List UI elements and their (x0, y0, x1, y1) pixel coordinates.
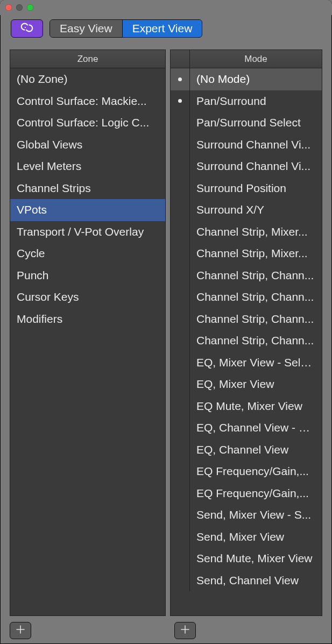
mode-row[interactable]: Channel Strip, Chann... (171, 308, 322, 330)
mode-row[interactable]: EQ, Mixer View (171, 373, 322, 395)
mode-row[interactable]: Send, Mixer View - S... (171, 504, 322, 526)
window-minimize-button[interactable] (16, 4, 23, 11)
mode-row[interactable]: EQ, Channel View (171, 439, 322, 461)
mode-row[interactable]: Channel Strip, Chann... (171, 265, 322, 287)
mode-list[interactable]: (No Mode)Pan/SurroundPan/Surround Select… (171, 68, 322, 615)
mode-row-label: Surround Channel Vi... (190, 160, 322, 173)
mode-row[interactable]: EQ Mute, Mixer View (171, 395, 322, 417)
zone-row[interactable]: Transport / V-Pot Overlay (10, 221, 165, 243)
mode-row-marker (171, 199, 190, 221)
mode-row[interactable]: Channel Strip, Chann... (171, 330, 322, 352)
mode-row[interactable]: Surround X/Y (171, 199, 322, 221)
footer (0, 617, 332, 644)
zone-row[interactable]: Modifiers (10, 308, 165, 330)
mode-row-marker (171, 221, 190, 243)
mode-row-marker (171, 134, 190, 156)
mode-panel-header[interactable]: Mode (171, 50, 322, 68)
mode-row-label: Channel Strip, Mixer... (190, 225, 322, 238)
mode-marker-column-header[interactable] (171, 50, 190, 68)
mode-row-label: (No Mode) (190, 73, 322, 86)
mode-row[interactable]: Surround Channel Vi... (171, 134, 322, 156)
mode-row[interactable]: Send, Mixer View (171, 526, 322, 548)
mode-row[interactable]: Channel Strip, Mixer... (171, 221, 322, 243)
zone-list[interactable]: (No Zone)Control Surface: Mackie...Contr… (10, 68, 165, 615)
mode-row-marker (171, 68, 190, 90)
window-zoom-button[interactable] (27, 4, 33, 11)
mode-row-label: Channel Strip, Chann... (190, 313, 322, 325)
zone-row-label: VPots (10, 203, 53, 216)
mode-row-label: Pan/Surround Select (190, 116, 322, 129)
mode-row-label: Send, Mixer View - S... (190, 508, 322, 521)
mode-row-label: Channel Strip, Chann... (190, 269, 322, 282)
zone-row[interactable]: Punch (10, 265, 165, 287)
window-close-button[interactable] (5, 4, 12, 11)
titlebar (0, 0, 332, 15)
toolbar: Easy View Expert View (0, 15, 332, 42)
zone-row[interactable]: Cursor Keys (10, 286, 165, 308)
mode-row[interactable]: Surround Channel Vi... (171, 155, 322, 178)
mode-row-marker (171, 308, 190, 330)
zone-panel: Zone (No Zone)Control Surface: Mackie...… (10, 49, 166, 616)
mode-row[interactable]: EQ, Channel View - S... (171, 417, 322, 439)
mode-row-label: Channel Strip, Mixer... (190, 247, 322, 260)
bullet-icon (178, 77, 182, 81)
zone-row[interactable]: Global Views (10, 134, 165, 156)
mode-row-marker (171, 570, 190, 592)
zone-header-label: Zone (10, 54, 165, 65)
mode-row-label: EQ, Channel View - S... (190, 421, 322, 434)
zone-row[interactable]: Control Surface: Logic C... (10, 112, 165, 134)
mode-row-marker (171, 461, 190, 483)
mode-row[interactable]: (No Mode) (171, 68, 322, 90)
zone-row-label: (No Zone) (10, 73, 74, 86)
window: Easy View Expert View Zone (No Zone)Cont… (0, 0, 332, 644)
zone-row[interactable]: (No Zone) (10, 68, 165, 90)
mode-row[interactable]: Channel Strip, Mixer... (171, 243, 322, 265)
mode-row-label: Send, Mixer View (190, 530, 322, 543)
mode-row[interactable]: EQ Frequency/Gain,... (171, 461, 322, 483)
plus-icon (16, 625, 25, 636)
mode-row-marker (171, 286, 190, 308)
mode-row-marker (171, 352, 190, 374)
mode-row-label: Pan/Surround (190, 95, 322, 108)
view-segmented-control: Easy View Expert View (50, 19, 202, 38)
mode-row-label: Channel Strip, Chann... (190, 334, 322, 347)
mode-row-label: EQ, Channel View (190, 443, 322, 456)
mode-row-label: EQ, Mixer View - Sele... (190, 356, 322, 369)
zone-row-label: Modifiers (10, 313, 69, 325)
mode-add-button[interactable] (174, 622, 196, 639)
zone-row[interactable]: Level Meters (10, 155, 165, 178)
mode-row-label: Send, Channel View (190, 574, 322, 587)
mode-row-marker (171, 504, 190, 526)
mode-row-label: EQ Mute, Mixer View (190, 400, 322, 413)
mode-row[interactable]: Channel Strip, Chann... (171, 286, 322, 308)
mode-row[interactable]: Send Mute, Mixer View (171, 548, 322, 570)
zone-row[interactable]: Channel Strips (10, 178, 165, 200)
mode-row[interactable]: EQ, Mixer View - Sele... (171, 352, 322, 374)
mode-row-marker (171, 243, 190, 265)
link-button[interactable] (11, 19, 43, 38)
zone-row-label: Global Views (10, 138, 89, 151)
zone-row[interactable]: Cycle (10, 243, 165, 265)
mode-row[interactable]: Send, Channel View (171, 570, 322, 592)
zone-row[interactable]: VPots (10, 199, 165, 221)
mode-row-marker (171, 526, 190, 548)
zone-row-label: Control Surface: Mackie... (10, 95, 153, 108)
mode-row-marker (171, 373, 190, 395)
mode-row[interactable]: Pan/Surround (171, 90, 322, 112)
mode-row-marker (171, 265, 190, 287)
mode-row-label: Send Mute, Mixer View (190, 552, 322, 565)
mode-row[interactable]: EQ Frequency/Gain,... (171, 483, 322, 505)
mode-row-marker (171, 155, 190, 178)
zone-add-button[interactable] (10, 622, 31, 639)
zone-panel-header[interactable]: Zone (10, 50, 165, 68)
mode-row-label: EQ Frequency/Gain,... (190, 465, 322, 478)
mode-row[interactable]: Pan/Surround Select (171, 112, 322, 134)
mode-row[interactable]: Surround Position (171, 178, 322, 200)
mode-row-marker (171, 417, 190, 439)
bullet-icon (178, 99, 182, 103)
window-controls (5, 4, 33, 11)
zone-row-label: Cursor Keys (10, 291, 86, 303)
expert-view-tab[interactable]: Expert View (123, 20, 202, 37)
zone-row[interactable]: Control Surface: Mackie... (10, 90, 165, 112)
easy-view-tab[interactable]: Easy View (50, 20, 123, 37)
